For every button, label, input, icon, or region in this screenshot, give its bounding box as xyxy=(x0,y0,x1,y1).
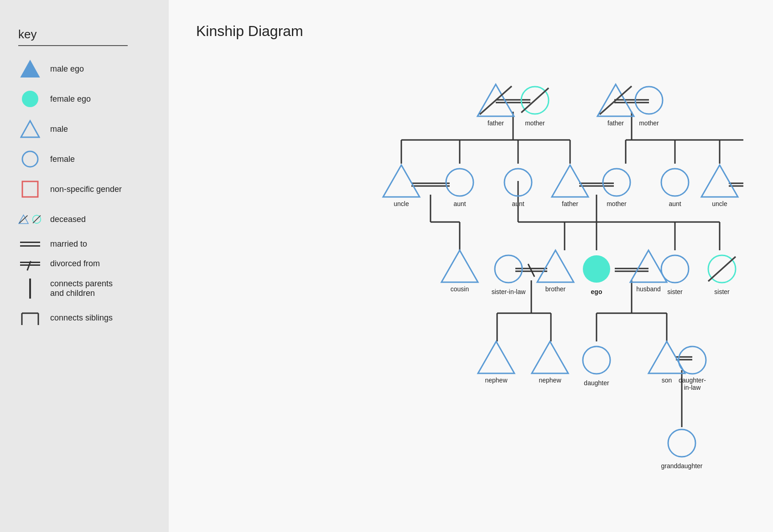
label-aunt1: aunt xyxy=(453,200,466,207)
label-mother: mother xyxy=(607,200,627,207)
node-cousin xyxy=(441,250,478,282)
node-mother xyxy=(603,169,630,196)
node-sister1 xyxy=(661,255,689,283)
svg-marker-84 xyxy=(478,341,514,373)
nonspecific-icon xyxy=(18,179,42,199)
svg-point-89 xyxy=(668,429,695,457)
male-ego-label: male ego xyxy=(50,64,84,74)
male-icon xyxy=(18,119,42,139)
svg-marker-2 xyxy=(21,121,39,137)
sidebar: key male ego female ego male xyxy=(0,0,169,532)
label-aunt3: aunt xyxy=(669,200,681,207)
connects-siblings-label: connects siblings xyxy=(50,313,113,323)
label-gf2: father xyxy=(607,119,624,127)
svg-point-69 xyxy=(446,169,473,196)
label-nephew1: nephew xyxy=(485,377,508,384)
label-nephew2: nephew xyxy=(539,377,561,384)
label-uncle1: uncle xyxy=(394,200,409,207)
svg-line-47 xyxy=(528,264,534,277)
label-aunt2: aunt xyxy=(512,200,524,207)
node-ego xyxy=(583,255,610,283)
label-granddaughter: granddaughter xyxy=(661,462,702,470)
svg-point-73 xyxy=(661,169,689,196)
deceased-icon xyxy=(18,209,42,229)
node-nephew1 xyxy=(478,341,514,373)
label-gm2: mother xyxy=(639,119,659,127)
svg-line-83 xyxy=(708,257,736,281)
label-uncle2: uncle xyxy=(712,200,727,207)
nonspecific-label: non-specific gender xyxy=(50,185,122,194)
svg-point-3 xyxy=(22,151,38,167)
main-content: Kinship Diagram .node-label { font-famil… xyxy=(169,0,773,532)
svg-rect-4 xyxy=(22,181,38,197)
label-dil2: in-law xyxy=(684,384,701,391)
label-sister1: sister xyxy=(667,288,683,295)
key-item-divorced: divorced from xyxy=(18,259,150,269)
node-uncle1 xyxy=(383,165,420,197)
key-item-female-ego: female ego xyxy=(18,89,150,109)
node-nephew2 xyxy=(532,341,568,373)
diagram-title: Kinship Diagram xyxy=(196,23,755,40)
divorced-icon xyxy=(18,262,42,266)
female-icon xyxy=(18,149,42,169)
key-item-nonspecific: non-specific gender xyxy=(18,179,150,199)
divorced-label: divorced from xyxy=(50,259,100,269)
key-item-married: married to xyxy=(18,239,150,249)
node-father xyxy=(552,165,588,197)
key-title: key xyxy=(18,27,150,41)
deceased-label: deceased xyxy=(50,215,86,224)
kinship-diagram: .node-label { font-family: 'Helvetica Ne… xyxy=(196,53,743,518)
label-husband: husband xyxy=(636,285,661,293)
svg-point-72 xyxy=(603,169,630,196)
connects-siblings-icon xyxy=(18,309,42,327)
female-label: female xyxy=(50,155,75,164)
label-cousin: cousin xyxy=(451,285,469,293)
svg-marker-71 xyxy=(552,165,588,197)
label-gm1: mother xyxy=(525,119,545,127)
node-sister2 xyxy=(708,255,736,283)
label-gf1: father xyxy=(488,119,504,127)
node-aunt3 xyxy=(661,169,689,196)
svg-marker-74 xyxy=(701,165,738,197)
label-dil: daughter- xyxy=(679,377,706,384)
female-ego-icon xyxy=(18,89,42,109)
key-item-deceased: deceased xyxy=(18,209,150,229)
female-ego-label: female ego xyxy=(50,94,91,104)
node-uncle2 xyxy=(701,165,738,197)
married-label: married to xyxy=(50,239,87,249)
male-label: male xyxy=(50,124,68,134)
svg-marker-0 xyxy=(21,61,39,77)
label-brother: brother xyxy=(545,285,566,293)
svg-point-81 xyxy=(661,255,689,283)
key-divider xyxy=(18,45,128,46)
label-sister2: sister xyxy=(714,288,730,295)
svg-point-86 xyxy=(583,346,610,374)
connects-parents-label: connects parents and children xyxy=(50,279,113,298)
label-son: son xyxy=(662,377,672,384)
svg-marker-76 xyxy=(441,250,478,282)
key-item-male-ego: male ego xyxy=(18,59,150,79)
svg-point-79 xyxy=(583,255,610,283)
label-sil: sister-in-law xyxy=(492,288,526,295)
key-item-connects-parents: connects parents and children xyxy=(18,279,150,299)
svg-marker-68 xyxy=(383,165,420,197)
key-item-male: male xyxy=(18,119,150,139)
svg-marker-78 xyxy=(537,250,574,282)
svg-line-6 xyxy=(20,216,28,223)
node-aunt1 xyxy=(446,169,473,196)
label-ego: ego xyxy=(591,288,602,295)
svg-marker-85 xyxy=(532,341,568,373)
node-granddaughter xyxy=(668,429,695,457)
node-daughter xyxy=(583,346,610,374)
married-icon xyxy=(18,242,42,247)
svg-point-1 xyxy=(22,91,38,107)
key-item-female: female xyxy=(18,149,150,169)
label-father: father xyxy=(562,200,578,207)
key-item-connects-siblings: connects siblings xyxy=(18,309,150,327)
male-ego-icon xyxy=(18,59,42,79)
node-brother xyxy=(537,250,574,282)
connects-parents-icon xyxy=(18,279,42,299)
label-daughter: daughter xyxy=(584,379,609,387)
